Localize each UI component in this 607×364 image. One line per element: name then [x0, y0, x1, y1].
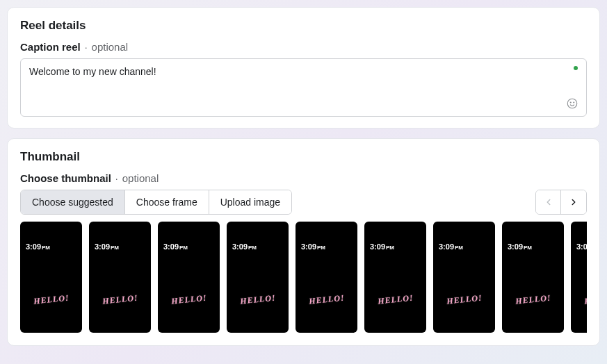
dot-separator: ·: [115, 173, 118, 184]
thumbnail-overlay-text: HELLO!: [102, 292, 138, 306]
thumbnail-frame[interactable]: 3:09PMHELLO!: [433, 222, 495, 333]
thumbnail-title: Thumbnail: [20, 150, 587, 164]
svg-point-2: [574, 102, 574, 103]
thumbnail-prev-button[interactable]: [536, 190, 561, 214]
dot-separator: ·: [85, 42, 88, 53]
thumbnail-frame[interactable]: 3:09PMHELLO!: [364, 222, 426, 333]
caption-label: Caption reel: [20, 41, 81, 53]
thumbnail-time: 3:09PM: [439, 242, 463, 251]
thumbnail-frame[interactable]: 3:09PMHELLO!: [502, 222, 564, 333]
thumbnail-time: 3:09PM: [508, 242, 532, 251]
thumbnail-frame[interactable]: 3:09PMHELLO!: [20, 222, 82, 333]
thumbnail-time: 3:09PM: [301, 242, 325, 251]
thumbnail-nav: [535, 190, 587, 215]
thumbnail-optional: optional: [122, 172, 159, 184]
tab-choose-suggested[interactable]: Choose suggested: [21, 190, 125, 214]
thumbnail-overlay-text: HELLO!: [583, 292, 587, 306]
thumbnail-tabs: Choose suggested Choose frame Upload ima…: [20, 190, 292, 215]
emoji-picker-button[interactable]: [565, 97, 579, 110]
reel-details-card: Reel details Caption reel · optional Wel…: [7, 7, 600, 129]
thumbnail-overlay-text: HELLO!: [33, 292, 70, 306]
reel-details-title: Reel details: [20, 19, 587, 33]
thumbnail-strip: 3:09PMHELLO!3:09PMHELLO!3:09PMHELLO!3:09…: [20, 222, 587, 333]
thumbnail-frame[interactable]: 3:09PMHELLO!: [227, 222, 289, 333]
thumbnail-card: Thumbnail Choose thumbnail · optional Ch…: [7, 138, 600, 346]
tab-choose-frame[interactable]: Choose frame: [125, 190, 209, 214]
thumbnail-time: 3:09PM: [370, 242, 394, 251]
svg-point-0: [567, 99, 577, 108]
thumbnail-frame[interactable]: 3:09PMHELLO!: [158, 222, 220, 333]
thumbnail-frame[interactable]: 3:09PMHELLO!: [571, 222, 587, 333]
thumbnail-time: 3:09PM: [576, 242, 587, 251]
thumbnail-toolbar: Choose suggested Choose frame Upload ima…: [20, 190, 587, 215]
thumbnail-time: 3:09PM: [95, 242, 119, 251]
thumbnail-overlay-text: HELLO!: [377, 292, 414, 306]
thumbnail-time: 3:09PM: [26, 242, 50, 251]
caption-textarea-wrap: Welcome to my new channel!: [20, 58, 587, 117]
thumbnail-overlay-text: HELLO!: [515, 292, 551, 306]
thumbnail-overlay-text: HELLO!: [170, 292, 207, 306]
caption-label-row: Caption reel · optional: [20, 41, 587, 53]
thumbnail-overlay-text: HELLO!: [308, 292, 345, 306]
thumbnail-time: 3:09PM: [163, 242, 188, 251]
thumbnail-next-button[interactable]: [561, 190, 586, 214]
caption-optional: optional: [92, 41, 129, 53]
thumbnail-frame[interactable]: 3:09PMHELLO!: [89, 222, 151, 333]
thumbnail-time: 3:09PM: [232, 242, 257, 251]
svg-point-1: [570, 102, 571, 103]
thumbnail-overlay-text: HELLO!: [239, 292, 276, 306]
chevron-right-icon: [569, 197, 578, 207]
smile-icon: [566, 97, 578, 110]
thumbnail-frame[interactable]: 3:09PMHELLO!: [296, 222, 357, 333]
thumbnail-overlay-text: HELLO!: [446, 292, 483, 306]
caption-input[interactable]: Welcome to my new channel!: [28, 65, 579, 110]
tab-upload-image[interactable]: Upload image: [209, 190, 291, 214]
chevron-left-icon: [544, 197, 553, 207]
status-indicator: [574, 66, 578, 70]
choose-thumbnail-label: Choose thumbnail: [20, 172, 111, 184]
choose-thumbnail-label-row: Choose thumbnail · optional: [20, 172, 587, 184]
